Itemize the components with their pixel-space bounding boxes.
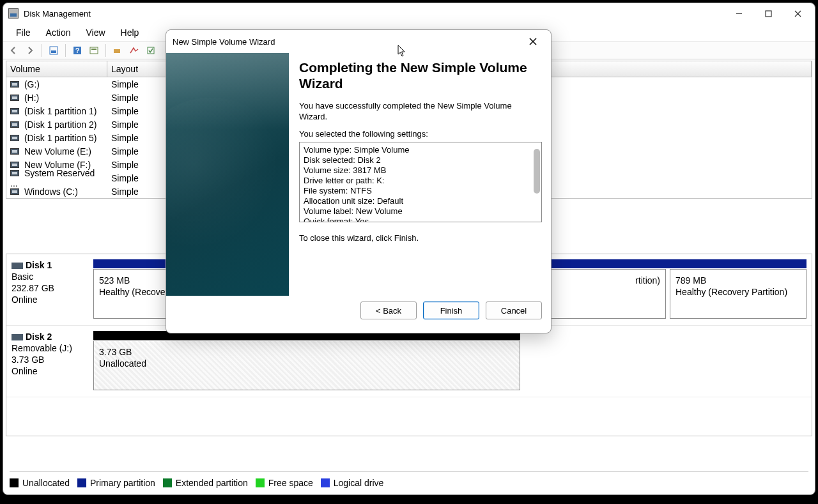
partition-size: 789 MB: [675, 275, 801, 286]
nav-back-button[interactable]: [6, 43, 21, 57]
volume-icon: [10, 170, 19, 176]
volume-name: (Disk 1 partition 5): [22, 133, 96, 143]
volume-layout: Simple: [107, 146, 143, 157]
svg-rect-9: [91, 49, 96, 50]
wizard-main: Completing the New Simple Volume Wizard …: [289, 53, 551, 296]
partition-strip: 3.73 GB Unallocated: [93, 331, 520, 390]
volume-layout: Simple: [107, 79, 143, 89]
disk-name: Disk 2: [26, 332, 52, 342]
partition-size: 3.73 GB: [99, 346, 514, 358]
volume-layout: Simple: [107, 106, 143, 116]
volume-layout: Simple: [107, 93, 143, 103]
volume-icon: [10, 121, 19, 128]
menu-help[interactable]: Help: [113, 26, 147, 39]
disk-type: Removable (J:): [12, 342, 88, 354]
col-volume[interactable]: Volume: [6, 61, 107, 77]
wizard-sidebar-image: [166, 53, 289, 296]
volume-name: New Volume (E:): [22, 146, 91, 157]
setting-row: Volume type: Simple Volume: [304, 145, 537, 155]
volume-name: System Reserved ...: [10, 168, 95, 188]
wizard-close-hint: To close this wizard, click Finish.: [299, 233, 542, 243]
disk-status: Online: [12, 294, 88, 305]
legend-free: Free space: [256, 478, 313, 488]
legend-primary: Primary partition: [77, 478, 155, 488]
svg-text:?: ?: [75, 47, 80, 54]
menu-action[interactable]: Action: [38, 26, 79, 39]
disk-row: Disk 2 Removable (J:) 3.73 GB Online 3.7…: [6, 326, 812, 397]
toolbar-btn-5[interactable]: [127, 43, 142, 57]
legend-extended: Extended partition: [163, 478, 248, 488]
wizard-titlebar[interactable]: New Simple Volume Wizard: [166, 30, 551, 53]
partition-status: Healthy (Recovery Partition): [675, 286, 801, 298]
wizard-footer: < Back Finish Cancel: [166, 296, 551, 333]
maximize-button[interactable]: [753, 3, 783, 24]
window-controls: [724, 3, 812, 24]
setting-row: File system: NTFS: [304, 186, 537, 196]
app-icon: [8, 8, 19, 19]
setting-row: Allocation unit size: Default: [304, 196, 537, 206]
volume-icon: [10, 135, 19, 141]
help-icon[interactable]: ?: [70, 43, 85, 57]
wizard-close-button[interactable]: [520, 30, 546, 53]
setting-row: Drive letter or path: K:: [304, 176, 537, 186]
wizard-body: Completing the New Simple Volume Wizard …: [166, 53, 551, 296]
disk-name: Disk 1: [26, 260, 52, 270]
cancel-button[interactable]: Cancel: [486, 302, 542, 319]
disk-icon: [12, 263, 23, 269]
col-layout[interactable]: Layout: [107, 61, 167, 77]
setting-row: Volume size: 3817 MB: [304, 165, 537, 176]
legend-unallocated: Unallocated: [10, 478, 70, 488]
new-simple-volume-wizard: New Simple Volume Wizard Completing the …: [166, 29, 552, 333]
volume-layout: Simple: [107, 187, 143, 197]
volume-layout: Simple: [107, 160, 143, 170]
svg-rect-10: [114, 49, 120, 53]
legend: Unallocated Primary partition Extended p…: [10, 471, 808, 489]
back-button[interactable]: < Back: [360, 302, 417, 319]
nav-forward-button[interactable]: [22, 43, 38, 57]
close-button[interactable]: [783, 3, 812, 24]
partition-status: Unallocated: [99, 358, 514, 369]
partition[interactable]: 789 MB Healthy (Recovery Partition): [670, 269, 806, 319]
volume-name: (H:): [22, 93, 39, 103]
disk-size: 232.87 GB: [12, 282, 88, 294]
toolbar-btn-3[interactable]: [86, 43, 102, 57]
legend-logical: Logical drive: [321, 478, 384, 488]
app-title: Disk Management: [24, 9, 91, 19]
wizard-intro: You have successfully completed the New …: [299, 100, 542, 122]
volume-icon: [10, 81, 19, 88]
svg-rect-1: [766, 11, 771, 17]
volume-icon: [10, 148, 19, 155]
wizard-title: New Simple Volume Wizard: [173, 37, 275, 47]
volume-icon: [10, 95, 19, 101]
minimize-button[interactable]: [724, 3, 753, 24]
volume-layout: Simple: [107, 119, 143, 130]
titlebar: Disk Management: [3, 3, 815, 24]
wizard-settings-list[interactable]: Volume type: Simple Volume Disk selected…: [299, 142, 542, 222]
volume-icon: [10, 188, 19, 195]
svg-rect-8: [90, 47, 98, 54]
scrollbar-thumb[interactable]: [534, 149, 540, 194]
volume-icon: [10, 108, 19, 114]
disk-info[interactable]: Disk 1 Basic 232.87 GB Online: [12, 259, 88, 319]
volume-name: (G:): [22, 79, 40, 89]
finish-button[interactable]: Finish: [423, 302, 479, 319]
disk-info[interactable]: Disk 2 Removable (J:) 3.73 GB Online: [12, 331, 88, 390]
toolbar-btn-4[interactable]: [110, 43, 125, 57]
svg-rect-5: [51, 50, 56, 53]
volume-layout: Simple: [107, 133, 143, 143]
disk-status: Online: [12, 365, 88, 377]
menu-view[interactable]: View: [78, 26, 112, 39]
disk-size: 3.73 GB: [12, 354, 88, 365]
wizard-settings-label: You selected the following settings:: [299, 128, 542, 139]
setting-row: Volume label: New Volume: [304, 206, 537, 217]
partition-unallocated[interactable]: 3.73 GB Unallocated: [93, 340, 520, 390]
disk-icon: [12, 334, 23, 340]
svg-rect-11: [148, 47, 154, 54]
volume-name: Windows (C:): [22, 187, 78, 197]
menu-file[interactable]: File: [8, 26, 38, 39]
toolbar-btn-1[interactable]: [46, 43, 61, 57]
volume-icon: [10, 162, 19, 168]
setting-row: Disk selected: Disk 2: [304, 155, 537, 165]
toolbar-btn-6[interactable]: [143, 43, 158, 57]
disk-type: Basic: [12, 271, 88, 282]
